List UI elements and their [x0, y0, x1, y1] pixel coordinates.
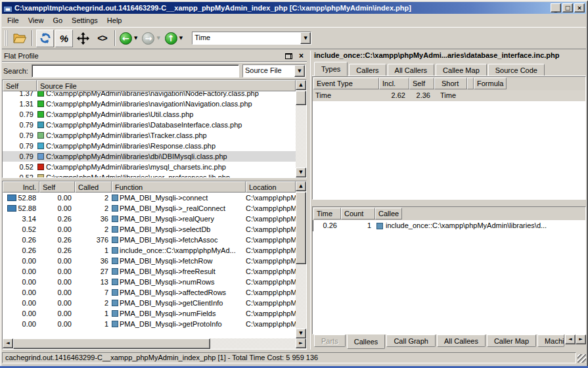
title-bar[interactable]: C:\xampp\tmp\cachegrind.out.1416463299-C… — [2, 2, 586, 14]
file-list-row[interactable]: 0.79C:\xampp\phpMyAdmin\libraries\dbi\DB… — [3, 151, 296, 162]
scroll-down-icon[interactable]: ▼ — [296, 329, 306, 338]
relative-percent-button[interactable]: % — [55, 30, 73, 47]
back-button[interactable]: ← — [120, 32, 132, 45]
column-header-self[interactable]: Self — [409, 78, 434, 89]
scrollbar-track[interactable] — [296, 90, 306, 168]
menu-view[interactable]: View — [24, 15, 49, 26]
column-header-eventtype[interactable]: Event Type — [313, 78, 379, 89]
open-folder-icon — [12, 32, 27, 44]
function-table-row[interactable]: 0.000.002PMA_DBI_Mysqli->getClientInfoC:… — [3, 298, 296, 308]
horizontal-splitter[interactable] — [312, 200, 586, 206]
tab-callers[interactable]: Callers — [349, 64, 386, 76]
tab-all-callees[interactable]: All Callees — [437, 334, 486, 347]
callees-table-row[interactable]: 0.26 1 include_once::C:\xampp\phpMyAdmin… — [313, 220, 585, 231]
panel-close-icon[interactable]: × — [298, 52, 305, 60]
maximize-button[interactable]: □ — [562, 3, 573, 12]
up-dropdown[interactable]: ▼ — [177, 35, 185, 41]
search-input[interactable] — [32, 64, 239, 78]
function-table-row[interactable]: 0.000.007PMA_DBI_Mysqli->affectedRowsC:\… — [3, 287, 296, 298]
function-table-row[interactable]: 52.880.002PMA_DBI_Mysqli->connectC:\xamp… — [3, 193, 296, 203]
types-table-empty-area — [313, 101, 585, 199]
scrollbar-thumb[interactable] — [13, 338, 210, 349]
open-file-button[interactable] — [11, 30, 28, 47]
tab-callees[interactable]: Callees — [347, 334, 386, 349]
tab-all-callers[interactable]: All Callers — [388, 64, 435, 76]
column-header-self[interactable]: Self — [39, 181, 75, 193]
file-list-vscrollbar[interactable]: ▲ ▼ — [296, 80, 306, 177]
file-list-row[interactable]: 0.79C:\xampp\phpMyAdmin\libraries\Util.c… — [3, 109, 296, 120]
event-type-combobox[interactable]: Time ▼ — [192, 32, 311, 45]
function-table-row[interactable]: 0.260.261include_once::C:\xampp\phpMyAd.… — [3, 245, 296, 256]
flat-profile-titlebar[interactable]: Flat Profile × — [2, 51, 307, 62]
menu-settings[interactable]: Settings — [67, 15, 102, 26]
menu-go[interactable]: Go — [48, 15, 67, 26]
scroll-left-icon[interactable]: ◄ — [3, 338, 13, 348]
menu-help[interactable]: Help — [102, 15, 127, 26]
back-dropdown[interactable]: ▼ — [132, 35, 139, 41]
tab-scroll-right-icon[interactable]: ► — [576, 334, 586, 344]
tab-caller-map[interactable]: Caller Map — [487, 334, 536, 347]
column-header-formula[interactable]: Formula — [474, 78, 507, 89]
function-icon — [112, 195, 118, 201]
float-panel-icon[interactable] — [285, 53, 292, 59]
tab-machine[interactable]: Machine — [537, 334, 564, 347]
types-table-row[interactable]: Time 2.62 2.36 Time — [313, 90, 585, 101]
scroll-right-icon[interactable]: ► — [296, 338, 306, 348]
menu-file[interactable]: File — [3, 15, 24, 26]
column-header-callee[interactable]: Callee — [375, 208, 402, 219]
scroll-up-icon[interactable]: ▲ — [296, 181, 306, 191]
column-header-location[interactable]: Location — [246, 181, 296, 193]
file-list-row[interactable]: 0.79C:\xampp\phpMyAdmin\libraries\Databa… — [3, 120, 296, 130]
function-table-row[interactable]: 0.520.002PMA_DBI_Mysqli->selectDbC:\xamp… — [3, 224, 296, 235]
up-button[interactable]: ↑ — [165, 32, 177, 45]
function-table-row[interactable]: 0.000.001PMA_DBI_Mysqli->numFieldsC:\xam… — [3, 308, 296, 319]
combobox-dropdown-button[interactable]: ▼ — [294, 65, 305, 77]
scrollbar-track[interactable] — [210, 338, 296, 349]
tab-callee-map[interactable]: Callee Map — [436, 64, 487, 76]
function-table-hscrollbar[interactable]: ◄ ► — [3, 338, 306, 349]
column-header-self[interactable]: Self — [3, 80, 37, 91]
column-header-function[interactable]: Function — [112, 181, 246, 193]
file-list-row[interactable]: 0.52C:\xampp\phpMyAdmin\libraries\mysql_… — [3, 162, 296, 172]
scroll-down-icon[interactable]: ▼ — [296, 168, 306, 177]
tab-source-code[interactable]: Source Code — [488, 64, 545, 76]
column-header-source-file[interactable]: Source File — [37, 80, 296, 91]
function-table-row[interactable]: 0.000.001PMA_DBI_Mysqli->getProtoInfoC:\… — [3, 319, 296, 329]
tab-types[interactable]: Types — [314, 62, 348, 76]
scroll-up-icon[interactable]: ▲ — [296, 80, 306, 90]
column-header-spacer[interactable] — [467, 78, 474, 89]
file-list-row[interactable]: 0.52C:\xampp\phpMyAdmin\libraries\user_p… — [3, 172, 296, 177]
close-button[interactable]: × — [574, 3, 585, 12]
scrollbar-thumb[interactable] — [296, 91, 306, 105]
function-icon — [112, 237, 118, 243]
minimize-button[interactable]: _ — [551, 3, 561, 12]
file-list-row[interactable]: 1.37C:\xampp\phpMyAdmin\libraries\naviga… — [3, 91, 296, 99]
combobox-dropdown-button[interactable]: ▼ — [300, 32, 311, 44]
file-list-row[interactable]: 1.31C:\xampp\phpMyAdmin\libraries\naviga… — [3, 99, 296, 109]
column-header-incl[interactable]: Incl. — [379, 78, 409, 89]
function-table-vscrollbar[interactable]: ▲ ▼ — [296, 181, 306, 338]
tab-call-graph[interactable]: Call Graph — [386, 334, 436, 347]
column-header-short[interactable]: Short — [434, 78, 467, 89]
function-table-row[interactable]: 0.000.0027PMA_DBI_Mysqli->freeResultC:\x… — [3, 266, 296, 277]
scrollbar-thumb[interactable] — [296, 192, 306, 264]
grouping-combobox[interactable]: Source File ▼ — [242, 64, 305, 78]
column-header-incl[interactable]: Incl. — [3, 181, 39, 193]
column-header-called[interactable]: Called — [75, 181, 112, 193]
function-table-row[interactable]: 0.000.0013PMA_DBI_Mysqli->numRowsC:\xamp… — [3, 277, 296, 287]
scrollbar-track[interactable] — [296, 191, 306, 329]
shorten-templates-button[interactable]: <> — [93, 30, 111, 47]
column-header-time[interactable]: Time — [313, 208, 341, 219]
resize-grip[interactable] — [577, 354, 586, 363]
function-table-row[interactable]: 0.260.26376PMA_DBI_Mysqli->fetchAssocC:\… — [3, 235, 296, 245]
function-table-row[interactable]: 52.880.002PMA_DBI_Mysqli->_realConnectC:… — [3, 203, 296, 214]
tab-scroll-left-icon[interactable]: ◄ — [565, 334, 576, 344]
file-list-row[interactable]: 0.79C:\xampp\phpMyAdmin\libraries\Tracke… — [3, 130, 296, 141]
function-table-row[interactable]: 3.140.2636PMA_DBI_Mysqli->realQueryC:\xa… — [3, 214, 296, 224]
function-table-row[interactable]: 0.000.0036PMA_DBI_Mysqli->fetchRowC:\xam… — [3, 256, 296, 266]
toolbar-drag-handle[interactable] — [5, 30, 8, 46]
column-header-count[interactable]: Count — [341, 208, 375, 219]
file-list-row[interactable]: 0.79C:\xampp\phpMyAdmin\libraries\Respon… — [3, 141, 296, 151]
expand-areas-button[interactable] — [74, 30, 92, 47]
cycle-detection-button[interactable] — [36, 30, 54, 47]
